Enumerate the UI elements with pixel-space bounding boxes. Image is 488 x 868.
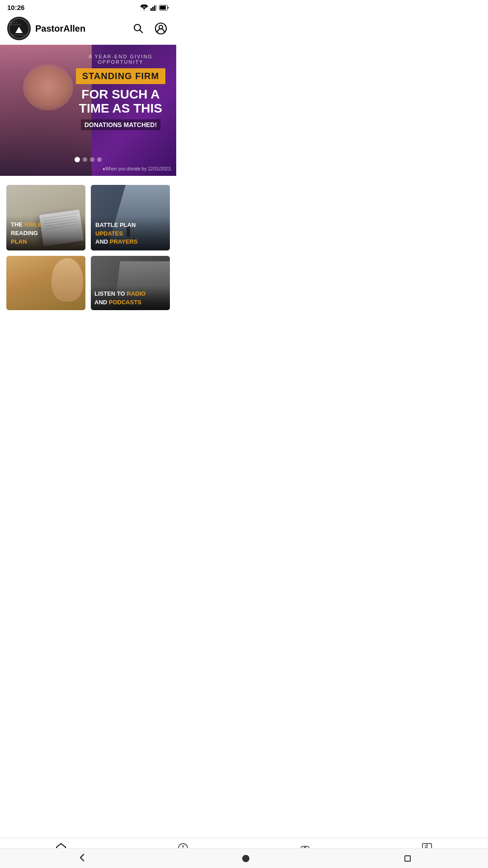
profile-button[interactable] — [153, 20, 169, 37]
battle-card-text: BATTLE PLAN UPDATES AND PRAYERS — [91, 216, 170, 250]
bible-label-highlight: BIBLE — [24, 221, 42, 228]
bible-label-line2: READING — [11, 230, 38, 236]
radio-card-text: LISTEN TO RADIO AND PODCASTS — [91, 286, 170, 310]
hero-subtitle: A YEAR-END GIVING OPPORTUNITY — [70, 54, 172, 65]
battle-label-prayers: PRAYERS — [110, 238, 138, 245]
bible-reading-plan-card[interactable]: THE BIBLE READING PLAN — [6, 185, 85, 250]
app-header: ALLEN JACKSON MINISTRIES PastorAllen — [0, 13, 176, 45]
bible-card-text: THE BIBLE READING PLAN — [6, 216, 85, 250]
hero-content: A YEAR-END GIVING OPPORTUNITY STANDING F… — [70, 54, 172, 130]
card-grid-row2: LISTEN TO RADIO AND PODCASTS — [6, 256, 170, 310]
status-icons — [140, 5, 169, 11]
hero-main-text: FOR SUCH A TIME AS THIS — [70, 88, 172, 116]
svg-rect-2 — [154, 5, 155, 11]
svg-rect-0 — [150, 8, 152, 11]
status-bar: 10:26 — [0, 0, 176, 13]
svg-rect-1 — [152, 7, 154, 11]
radio-label-line2: AND PODCASTS — [94, 299, 141, 306]
hero-banner[interactable]: A YEAR-END GIVING OPPORTUNITY STANDING F… — [0, 45, 176, 176]
search-button[interactable] — [130, 20, 146, 37]
hero-footnote: ●When you donate by 12/31/2023. — [103, 166, 172, 171]
header-branding: ALLEN JACKSON MINISTRIES PastorAllen — [7, 17, 85, 40]
bible-label-line1: THE BIBLE — [11, 221, 42, 228]
battle-label-line2: AND PRAYERS — [95, 238, 137, 245]
radio-label-radio: RADIO — [127, 290, 145, 297]
radio-podcasts-card[interactable]: LISTEN TO RADIO AND PODCASTS — [91, 256, 170, 310]
svg-rect-5 — [160, 6, 166, 9]
content-section: THE BIBLE READING PLAN BATTLE PLAN — [0, 176, 176, 319]
svg-point-9 — [159, 25, 163, 29]
dot-3[interactable] — [90, 157, 94, 162]
signal-icon — [150, 5, 157, 11]
bible-label-line3: PLAN — [11, 238, 27, 245]
battle-plan-card[interactable]: BATTLE PLAN UPDATES AND PRAYERS — [91, 185, 170, 250]
app-title: PastorAllen — [35, 24, 85, 34]
search-icon — [132, 22, 145, 35]
video-card[interactable] — [6, 256, 85, 310]
dot-4[interactable] — [97, 157, 102, 162]
hero-dots-indicator — [75, 157, 102, 162]
status-time: 10:26 — [7, 4, 24, 11]
battery-icon — [159, 5, 169, 10]
battle-label-updates: UPDATES — [95, 230, 123, 237]
dot-1[interactable] — [75, 157, 80, 162]
radio-label-podcasts: PODCASTS — [109, 299, 141, 306]
main-content: THE BIBLE READING PLAN BATTLE PLAN — [0, 176, 176, 373]
wifi-icon — [140, 5, 148, 11]
header-actions — [130, 20, 169, 37]
svg-line-7 — [140, 30, 143, 33]
svg-rect-3 — [156, 5, 157, 11]
hero-highlight-box: STANDING FIRM — [76, 68, 165, 84]
app-logo[interactable]: ALLEN JACKSON MINISTRIES — [7, 17, 31, 40]
card-grid-row1: THE BIBLE READING PLAN BATTLE PLAN — [6, 185, 170, 250]
logo-triangle-icon — [15, 27, 23, 33]
dot-2[interactable] — [83, 157, 87, 162]
hero-donations-text: DONATIONS MATCHED! — [81, 119, 160, 130]
radio-label-line1: LISTEN TO RADIO — [94, 290, 145, 297]
svg-point-6 — [134, 24, 141, 31]
hero-highlight-text: STANDING FIRM — [82, 71, 159, 81]
video-card-bg — [6, 256, 85, 310]
person-icon — [155, 22, 167, 35]
battle-label-line1: BATTLE PLAN — [95, 222, 136, 228]
